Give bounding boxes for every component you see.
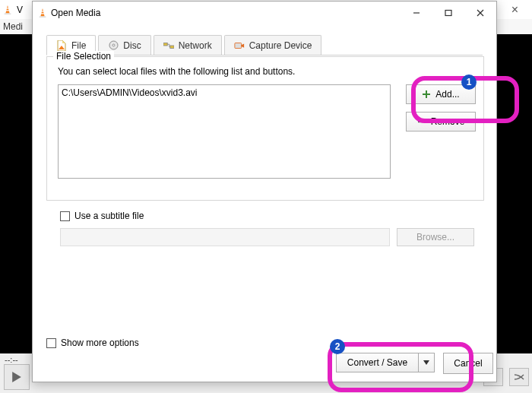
parent-close-icon[interactable]: × [498,0,532,19]
parent-window-title: V [17,5,23,15]
file-list-item[interactable]: C:\Users\ADMIN\Videos\xvid3.avi [62,87,387,98]
svg-marker-13 [62,40,65,43]
dialog-titlebar: Open Media [33,2,496,24]
file-list[interactable]: C:\Users\ADMIN\Videos\xvid3.avi [58,84,391,179]
tab-label: Network [179,40,212,51]
group-label: File Selection [53,51,114,62]
vlc-cone-icon [37,8,48,18]
shuffle-icon[interactable] [509,368,529,386]
svg-rect-3 [6,10,10,11]
checkbox-label: Use a subtitle file [74,211,144,221]
svg-rect-10 [445,11,451,16]
disc-icon [108,40,119,51]
plus-icon [422,90,431,99]
dropdown-arrow[interactable] [419,353,435,372]
time-elapsed: --:-- [5,355,18,364]
checkbox-label: Show more options [61,338,139,348]
show-more-options-checkbox[interactable]: Show more options [46,338,139,348]
dialog-title: Open Media [51,8,100,18]
menu-media[interactable]: Medi [3,21,23,32]
minimize-button[interactable] [401,2,432,24]
svg-marker-5 [40,8,44,17]
checkbox-icon[interactable] [46,338,56,348]
file-icon [56,40,67,51]
annotation-number-2: 2 [330,339,345,354]
file-selection-hint: You can select local files with the foll… [58,66,295,77]
button-label[interactable]: Convert / Save [336,353,419,372]
browse-button: Browse... [397,228,474,246]
button-label: Browse... [416,232,454,242]
tab-label: File [71,40,86,51]
use-subtitle-checkbox[interactable]: Use a subtitle file [60,211,144,221]
svg-rect-18 [169,46,173,49]
open-media-dialog: Open Media File Disc [32,1,497,382]
remove-button[interactable]: Remove [406,112,476,132]
svg-point-16 [112,44,115,46]
button-label: Add... [435,89,459,100]
capture-icon [234,40,245,51]
vlc-cone-icon [2,5,13,15]
button-label: Remove [431,116,465,127]
chevron-down-icon [423,360,429,365]
play-button[interactable] [4,364,30,390]
tab-capture[interactable]: Capture Device [224,35,322,55]
tab-label: Capture Device [249,40,312,51]
svg-marker-0 [5,5,9,13]
maximize-button[interactable] [432,2,464,24]
svg-rect-8 [41,13,45,14]
svg-rect-7 [41,11,44,11]
subtitle-path-field [60,228,390,246]
svg-marker-20 [241,43,244,47]
close-button[interactable] [464,2,496,24]
network-icon [163,40,174,51]
svg-rect-1 [5,13,11,14]
add-button[interactable]: Add... [406,84,476,104]
svg-marker-4 [12,372,21,382]
convert-save-button[interactable]: Convert / Save [336,353,435,372]
svg-rect-2 [6,8,9,8]
checkbox-icon[interactable] [60,211,70,221]
cancel-button[interactable]: Cancel [443,353,493,374]
svg-rect-6 [40,16,46,17]
minus-icon [417,117,426,126]
tab-network[interactable]: Network [154,35,222,55]
file-selection-group: File Selection You can select local file… [46,56,484,201]
tab-label: Disc [123,40,141,51]
svg-rect-17 [163,43,167,46]
svg-marker-24 [423,360,429,365]
button-label: Cancel [454,358,482,369]
svg-rect-19 [235,43,242,48]
